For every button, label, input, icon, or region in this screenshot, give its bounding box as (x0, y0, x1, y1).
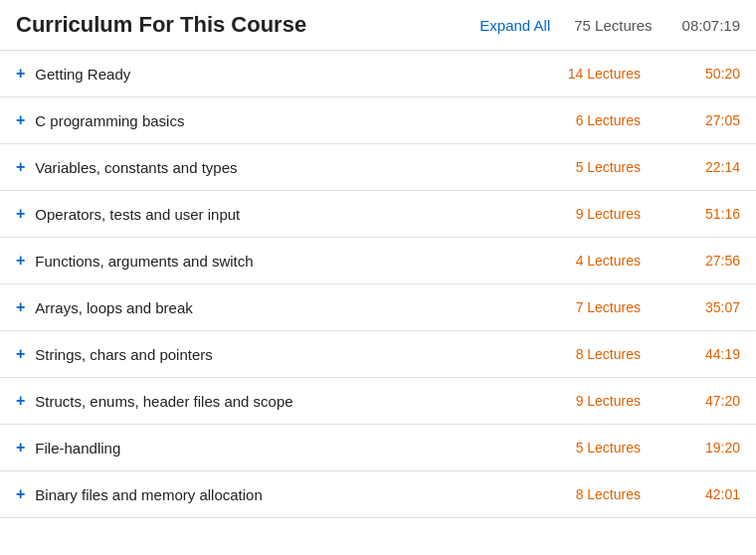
total-lectures: 75 Lectures (574, 17, 652, 34)
table-row[interactable]: +Variables, constants and types5 Lecture… (0, 144, 756, 191)
table-row[interactable]: +C programming basics6 Lectures27:05 (0, 97, 756, 144)
section-lectures: 5 Lectures (531, 159, 641, 175)
section-title: Operators, tests and user input (35, 206, 531, 223)
section-duration: 42:01 (680, 486, 740, 502)
expand-all-button[interactable]: Expand All (479, 17, 550, 34)
section-title: Binary files and memory allocation (35, 486, 531, 503)
expand-section-icon[interactable]: + (16, 252, 25, 270)
section-duration: 35:07 (680, 299, 740, 315)
expand-section-icon[interactable]: + (16, 439, 25, 457)
table-row[interactable]: +Binary files and memory allocation8 Lec… (0, 471, 756, 518)
expand-section-icon[interactable]: + (16, 298, 25, 316)
section-title: Variables, constants and types (35, 159, 531, 176)
section-lectures: 7 Lectures (531, 299, 641, 315)
table-row[interactable]: +File-handling5 Lectures19:20 (0, 425, 756, 471)
section-lectures: 6 Lectures (531, 112, 641, 128)
section-lectures: 8 Lectures (531, 346, 641, 362)
section-lectures: 9 Lectures (531, 206, 641, 222)
section-title: C programming basics (35, 112, 531, 129)
section-duration: 51:16 (680, 206, 740, 222)
curriculum-header: Curriculum For This Course Expand All 75… (0, 0, 756, 51)
table-row[interactable]: +Structs, enums, header files and scope9… (0, 378, 756, 425)
section-lectures: 14 Lectures (531, 66, 641, 82)
section-title: Functions, arguments and switch (35, 253, 531, 270)
sections-list: +Getting Ready14 Lectures50:20+C program… (0, 51, 756, 518)
section-duration: 27:56 (680, 253, 740, 269)
section-duration: 50:20 (680, 66, 740, 82)
section-lectures: 9 Lectures (531, 393, 641, 409)
table-row[interactable]: +Getting Ready14 Lectures50:20 (0, 51, 756, 97)
total-duration: 08:07:19 (682, 17, 740, 34)
section-title: File-handling (35, 440, 531, 457)
expand-section-icon[interactable]: + (16, 485, 25, 503)
expand-section-icon[interactable]: + (16, 392, 25, 410)
table-row[interactable]: +Strings, chars and pointers8 Lectures44… (0, 331, 756, 378)
section-title: Getting Ready (35, 66, 531, 83)
section-duration: 22:14 (680, 159, 740, 175)
section-title: Strings, chars and pointers (35, 346, 531, 363)
expand-section-icon[interactable]: + (16, 345, 25, 363)
table-row[interactable]: +Functions, arguments and switch4 Lectur… (0, 238, 756, 284)
expand-section-icon[interactable]: + (16, 205, 25, 223)
expand-section-icon[interactable]: + (16, 111, 25, 129)
expand-section-icon[interactable]: + (16, 158, 25, 176)
section-duration: 27:05 (680, 112, 740, 128)
section-duration: 19:20 (680, 440, 740, 456)
section-duration: 47:20 (680, 393, 740, 409)
section-duration: 44:19 (680, 346, 740, 362)
section-lectures: 5 Lectures (531, 440, 641, 456)
table-row[interactable]: +Operators, tests and user input9 Lectur… (0, 191, 756, 238)
table-row[interactable]: +Arrays, loops and break7 Lectures35:07 (0, 284, 756, 331)
section-title: Structs, enums, header files and scope (35, 393, 531, 410)
section-lectures: 8 Lectures (531, 486, 641, 502)
page-title: Curriculum For This Course (16, 12, 479, 38)
expand-section-icon[interactable]: + (16, 65, 25, 83)
section-lectures: 4 Lectures (531, 253, 641, 269)
section-title: Arrays, loops and break (35, 299, 531, 316)
